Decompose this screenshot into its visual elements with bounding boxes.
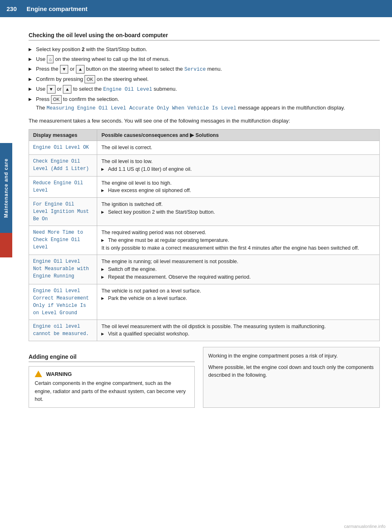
- page-footer: carmanualonline.info: [344, 524, 385, 529]
- col1-header: Display messages: [29, 130, 97, 141]
- down-button-icon2: ▼: [47, 85, 56, 94]
- solution-cell-1: The oil level is too low.Add 1.1 US qt (…: [97, 155, 380, 177]
- instruction-item-6: Press OK to confirm the selection. The M…: [29, 94, 380, 113]
- sidebar-label: Maintenance and care: [0, 143, 12, 233]
- instruction-item-5: Use ▼ or ▲ to select the Engine Oil Leve…: [29, 84, 380, 94]
- instruction-list: Select key position 2 with the Start/Sto…: [29, 45, 380, 113]
- display-cell-4: Need More Time to Check Engine Oil Level: [29, 226, 97, 255]
- solution-cell-6: The vehicle is not parked on a level sur…: [97, 284, 380, 320]
- ok-button-icon2: OK: [51, 95, 62, 104]
- display-cell-0: Engine Oil Level OK: [29, 141, 97, 155]
- section2-right: Working in the engine compartment poses …: [203, 347, 380, 408]
- display-cell-7: Engine oil level cannot be measured.: [29, 320, 97, 341]
- measuring-message: Measuring Engine Oil Level Accurate Only…: [47, 105, 236, 111]
- header-bar: 230 Engine compartment: [0, 0, 392, 17]
- display-cell-6: Engine Oil Level Correct Measurement Onl…: [29, 284, 97, 320]
- main-content: Checking the oil level using the on-boar…: [12, 17, 392, 416]
- display-cell-5: Engine Oil Level Not Measurable with Eng…: [29, 255, 97, 284]
- intro-para: The measurement takes a few seconds. You…: [29, 117, 380, 125]
- solution-cell-7: The oil level measurement with the oil d…: [97, 320, 380, 341]
- display-cell-3: For Engine Oil Level Ignition Must Be On: [29, 198, 97, 226]
- engine-oil-level-label: Engine Oil Level: [103, 87, 152, 92]
- warning-box: WARNING Certain components in the engine…: [29, 366, 195, 408]
- measuring-suffix: message appears in the multifunction dis…: [238, 105, 345, 111]
- display-cell-1: Check Engine Oil Level (Add 1 Liter): [29, 155, 97, 177]
- col2-header: Possible causes/consequences and ▶ Solut…: [97, 130, 380, 141]
- display-cell-2: Reduce Engine Oil Level: [29, 176, 97, 198]
- section2-heading: Adding engine oil: [29, 353, 195, 362]
- solution-cell-4: The required waiting period was not obse…: [97, 226, 380, 255]
- solution-cell-5: The engine is running; oil level measure…: [97, 255, 380, 284]
- sidebar-accent: [0, 233, 12, 257]
- instruction-item-1: Select key position 2 with the Start/Sto…: [29, 45, 380, 54]
- chapter-title: Engine compartment: [27, 5, 87, 12]
- up-button-icon: ▲: [76, 65, 85, 74]
- ok-button-icon: OK: [85, 75, 95, 84]
- page-number: 230: [7, 5, 17, 12]
- solution-cell-3: The ignition is switched off.Select key …: [97, 198, 380, 226]
- instruction-item-4: Confirm by pressing OK on the steering w…: [29, 74, 380, 85]
- display-messages-table: Display messages Possible causes/consequ…: [29, 129, 380, 341]
- warning-text: Certain components in the engine compart…: [35, 380, 189, 403]
- down-button-icon: ▼: [60, 65, 69, 74]
- up-button-icon2: ▲: [63, 85, 71, 94]
- section2-left: Adding engine oil WARNING Certain compon…: [29, 347, 195, 408]
- solution-cell-0: The oil level is correct.: [97, 141, 380, 155]
- warning-title-row: WARNING: [35, 371, 189, 377]
- section2-container: Adding engine oil WARNING Certain compon…: [29, 347, 380, 408]
- home-button-icon: ⌂: [47, 55, 54, 64]
- service-menu-label: Service: [184, 67, 206, 72]
- instruction-item-2: Use ⌂ on the steering wheel to call up t…: [29, 54, 380, 65]
- right-col-text: Working in the engine compartment poses …: [208, 352, 374, 379]
- solution-cell-2: The engine oil level is too high.Have ex…: [97, 176, 380, 198]
- warning-label: WARNING: [46, 371, 72, 377]
- warning-triangle-icon: [35, 371, 42, 377]
- section1-heading: Checking the oil level using the on-boar…: [29, 32, 380, 40]
- instruction-item-3: Press the ▼ or ▲ button on the steering …: [29, 64, 380, 74]
